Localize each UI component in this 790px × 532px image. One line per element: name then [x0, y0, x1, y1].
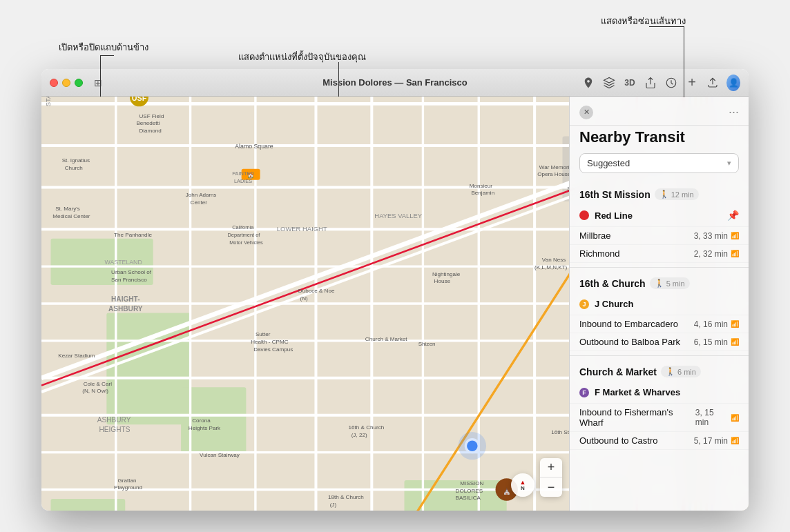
layers-button[interactable]: [602, 76, 616, 90]
station-name-church-market: Church & Market: [579, 366, 657, 377]
sidebar-header: ✕ ···: [570, 97, 749, 126]
route-dest-embarcadero: Inbound to Embarcadero: [579, 319, 678, 329]
svg-text:(K,L,M,N,KT): (K,L,M,N,KT): [534, 264, 567, 270]
transit-line-f-market: F F Market & Wharves: [570, 382, 749, 404]
svg-text:16th & Church: 16th & Church: [349, 424, 385, 431]
annotation-routes: แสดงหรือซ่อนเส้นทาง: [601, 14, 686, 28]
svg-text:Medical Center: Medical Center: [52, 213, 90, 219]
window-title: Mission Dolores — San Francisco: [322, 77, 468, 88]
svg-text:PAINTED: PAINTED: [232, 170, 254, 177]
f-market-indicator: F: [579, 388, 589, 397]
svg-text:John Adams: John Adams: [186, 192, 216, 198]
station-walk-16th-church: 🚶 5 min: [650, 277, 690, 289]
svg-text:Vulcan Stairway: Vulcan Stairway: [200, 452, 240, 458]
svg-text:Van Ness: Van Ness: [542, 257, 566, 263]
route-time-richmond: 2, 32 min 📶: [694, 249, 739, 259]
svg-text:Shizen: Shizen: [418, 341, 436, 347]
svg-text:USF: USF: [132, 97, 147, 102]
map-area[interactable]: TURK ST FULTON ST STANYAN ST TURK BLVD U…: [41, 97, 749, 511]
browser-window: ⊞ Mission Dolores — San Francisco 3D +: [41, 69, 749, 511]
station-walk-16th-mission: 🚶 12 min: [655, 188, 699, 200]
route-dest-fishermans: Inbound to Fisherman's Wharf: [579, 407, 695, 428]
minimize-button[interactable]: [62, 79, 70, 87]
share-button[interactable]: [644, 76, 657, 90]
pin-icon: 📌: [727, 210, 739, 221]
sidebar-dropdown[interactable]: Suggested ▾: [579, 153, 739, 173]
svg-text:Motor Vehicles: Motor Vehicles: [229, 239, 263, 246]
route-fishermans: Inbound to Fisherman's Wharf 3, 15 min 📶: [570, 404, 749, 432]
route-time-embarcadero: 4, 16 min 📶: [694, 319, 739, 329]
station-header-16th-church: 16th & Church 🚶 5 min: [570, 272, 749, 293]
walk-time: 12 min: [671, 190, 694, 199]
maximize-button[interactable]: [75, 79, 83, 87]
chevron-down-icon: ▾: [727, 159, 731, 168]
red-line-name: Red Line: [595, 210, 722, 221]
route-balboa: Outbound to Balboa Park 6, 15 min 📶: [570, 333, 749, 351]
realtime-icon-4: 📶: [731, 338, 739, 346]
svg-text:LOWER HAIGHT: LOWER HAIGHT: [277, 225, 327, 233]
zoom-out-button[interactable]: −: [540, 477, 562, 497]
sidebar-close-button[interactable]: ✕: [579, 106, 593, 119]
svg-text:(N): (N): [300, 295, 309, 302]
location-button[interactable]: [581, 76, 595, 90]
transit-line-red: Red Line 📌: [570, 204, 749, 227]
svg-text:(N, N Owl): (N, N Owl): [82, 388, 108, 394]
route-embarcadero: Inbound to Embarcadero 4, 16 min 📶: [570, 315, 749, 333]
svg-text:Urban School of: Urban School of: [111, 269, 152, 275]
svg-text:Corona: Corona: [192, 417, 211, 424]
svg-text:WASTELAND: WASTELAND: [105, 259, 142, 266]
svg-text:ASHBURY: ASHBURY: [108, 305, 143, 313]
station-16th-mission: 16th St Mission 🚶 12 min Red Line 📌 Mill…: [570, 183, 749, 263]
svg-text:Church: Church: [65, 165, 83, 171]
walk-icon-2: 🚶: [655, 279, 664, 288]
add-button[interactable]: +: [685, 76, 699, 90]
traffic-lights: [50, 79, 83, 87]
clock-button[interactable]: [664, 76, 678, 90]
avatar-button[interactable]: 👤: [726, 76, 740, 90]
divider-1: [570, 267, 749, 268]
realtime-icon: 📶: [731, 232, 739, 239]
sidebar-title: Nearby Transit: [570, 126, 749, 153]
realtime-icon-2: 📶: [731, 250, 739, 257]
station-church-market: Church & Market 🚶 6 min F F Market & Wha…: [570, 360, 749, 450]
svg-text:Davies Campus: Davies Campus: [253, 346, 293, 353]
svg-point-64: [459, 432, 486, 460]
zoom-in-button[interactable]: +: [540, 458, 562, 477]
route-time-castro: 5, 17 min 📶: [694, 436, 739, 446]
route-richmond: Richmond 2, 32 min 📶: [570, 245, 749, 263]
svg-rect-4: [50, 499, 125, 511]
svg-text:HEIGHTS: HEIGHTS: [99, 426, 131, 433]
j-church-indicator: J: [579, 299, 589, 309]
svg-text:Church & Market: Church & Market: [365, 336, 407, 342]
route-time-fishermans: 3, 15 min 📶: [695, 408, 739, 427]
svg-text:Health - CPMC: Health - CPMC: [251, 339, 288, 345]
svg-text:California: California: [232, 224, 254, 230]
zoom-controls: + −: [540, 458, 562, 497]
sidebar-more-button[interactable]: ···: [729, 105, 739, 119]
route-millbrae: Millbrae 3, 33 min 📶: [570, 227, 749, 245]
route-time-balboa: 6, 15 min 📶: [694, 337, 739, 347]
svg-text:Grattan: Grattan: [117, 477, 136, 484]
svg-text:Benjamin: Benjamin: [471, 190, 494, 196]
svg-text:Kezar Stadium: Kezar Stadium: [58, 353, 95, 359]
svg-text:Sutter: Sutter: [256, 331, 271, 337]
close-button[interactable]: [50, 79, 58, 87]
map-pin-icon: ⊞: [94, 77, 102, 88]
svg-text:LADIES: LADIES: [234, 178, 252, 184]
svg-text:HAIGHT-: HAIGHT-: [111, 295, 139, 303]
3d-button[interactable]: 3D: [623, 76, 637, 90]
svg-text:Nightingale: Nightingale: [432, 271, 461, 277]
dropdown-label: Suggested: [587, 158, 630, 168]
svg-text:Duboce & Noe: Duboce & Noe: [298, 288, 335, 294]
export-button[interactable]: [706, 76, 720, 90]
svg-text:Playground: Playground: [114, 484, 142, 491]
station-name-16th-mission: 16th St Mission: [579, 189, 651, 200]
svg-text:Alamo Square: Alamo Square: [235, 143, 273, 150]
divider-2: [570, 355, 749, 356]
svg-text:The Panhandle: The Panhandle: [114, 232, 152, 238]
svg-text:Opera House: Opera House: [537, 171, 571, 177]
compass-button[interactable]: ▲ N: [511, 473, 534, 497]
svg-text:Heights Park: Heights Park: [189, 425, 221, 431]
svg-text:Monsieur: Monsieur: [470, 183, 493, 189]
svg-text:Cole & Carl: Cole & Carl: [84, 381, 113, 387]
